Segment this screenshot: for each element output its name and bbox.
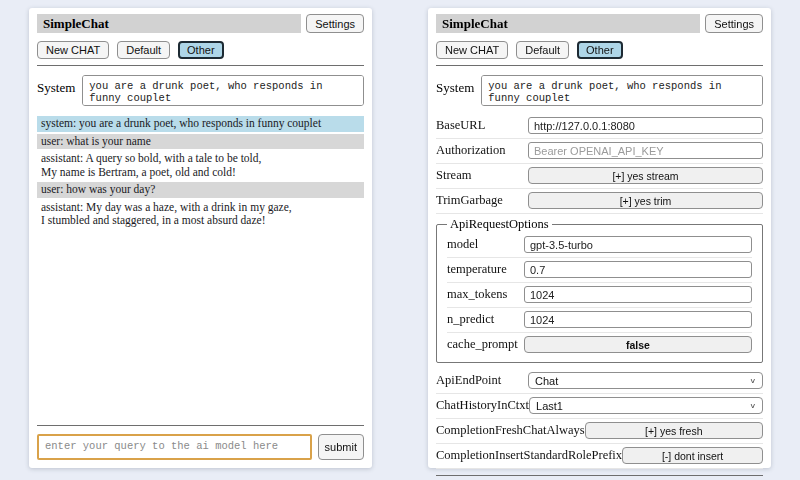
chat-message-assistant: assistant: A query so bold, with a tale … bbox=[37, 151, 364, 180]
setting-row-trimgarbage: TrimGarbage [+] yes trim bbox=[436, 189, 763, 214]
setting-label: CompletionFreshChatAlways bbox=[436, 423, 585, 438]
divider bbox=[37, 65, 364, 66]
chat-message-list: system: you are a drunk poet, who respon… bbox=[37, 116, 364, 419]
model-input[interactable] bbox=[524, 236, 752, 253]
max-tokens-input[interactable] bbox=[524, 286, 752, 303]
setting-row-authorization: Authorization bbox=[436, 139, 763, 164]
completion-insert-toggle-button[interactable]: [-] dont insert bbox=[622, 447, 763, 464]
query-row: submit bbox=[37, 434, 364, 460]
setting-label: Stream bbox=[436, 168, 471, 183]
setting-label: cache_prompt bbox=[447, 337, 518, 352]
setting-row-chathistoryinctxt: ChatHistoryInCtxt Last1 ∨ bbox=[436, 394, 763, 419]
titlebar-row: SimpleChat Settings bbox=[37, 14, 364, 33]
chat-panel: SimpleChat Settings New CHAT Default Oth… bbox=[29, 8, 372, 468]
trimgarbage-toggle-button[interactable]: [+] yes trim bbox=[528, 192, 763, 209]
chat-message-user: user: how was your day? bbox=[37, 182, 364, 198]
setting-row-stream: Stream [+] yes stream bbox=[436, 164, 763, 189]
app-title: SimpleChat bbox=[436, 14, 700, 33]
session-tab-default[interactable]: Default bbox=[516, 41, 569, 59]
divider bbox=[436, 65, 763, 66]
settings-list: BaseURL Authorization Stream [+] yes str… bbox=[436, 114, 763, 469]
setting-label: Authorization bbox=[436, 143, 505, 158]
settings-button[interactable]: Settings bbox=[705, 14, 763, 33]
setting-row-completionfreshchatalways: CompletionFreshChatAlways [+] yes fresh bbox=[436, 419, 763, 444]
setting-row-n-predict: n_predict bbox=[447, 308, 752, 333]
submit-button[interactable]: submit bbox=[318, 434, 364, 460]
chat-message-system: system: you are a drunk poet, who respon… bbox=[37, 116, 364, 132]
authorization-input[interactable] bbox=[528, 142, 763, 159]
setting-label: CompletionInsertStandardRolePrefix bbox=[436, 448, 622, 463]
system-prompt-input[interactable]: you are a drunk poet, who responds in fu… bbox=[481, 75, 763, 106]
setting-label: ChatHistoryInCtxt bbox=[436, 398, 529, 413]
setting-row-temperature: temperature bbox=[447, 258, 752, 283]
chevron-down-icon: ∨ bbox=[749, 402, 756, 410]
setting-row-model: model bbox=[447, 233, 752, 258]
setting-label: model bbox=[447, 237, 478, 252]
n-predict-input[interactable] bbox=[524, 311, 752, 328]
temperature-input[interactable] bbox=[524, 261, 752, 278]
chat-message-user: user: what is your name bbox=[37, 134, 364, 150]
query-input[interactable] bbox=[37, 434, 312, 460]
apiendpoint-select[interactable]: Chat ∨ bbox=[528, 372, 763, 389]
cache-prompt-toggle-button[interactable]: false bbox=[524, 336, 752, 353]
session-toolbar: New CHAT Default Other bbox=[436, 41, 763, 59]
setting-label: temperature bbox=[447, 262, 507, 277]
stream-toggle-button[interactable]: [+] yes stream bbox=[528, 167, 763, 184]
new-chat-button[interactable]: New CHAT bbox=[37, 41, 109, 59]
system-prompt-label: System bbox=[37, 75, 75, 96]
settings-button[interactable]: Settings bbox=[306, 14, 364, 33]
chathistoryinctxt-select[interactable]: Last1 ∨ bbox=[529, 397, 763, 414]
setting-row-max-tokens: max_tokens bbox=[447, 283, 752, 308]
selected-value: Chat bbox=[535, 375, 558, 387]
divider bbox=[436, 475, 763, 476]
api-request-options-legend: ApiRequestOptions bbox=[447, 217, 552, 232]
setting-row-apiendpoint: ApiEndPoint Chat ∨ bbox=[436, 369, 763, 394]
session-toolbar: New CHAT Default Other bbox=[37, 41, 364, 59]
setting-label: n_predict bbox=[447, 312, 494, 327]
setting-row-baseurl: BaseURL bbox=[436, 114, 763, 139]
system-prompt-row: System you are a drunk poet, who respond… bbox=[436, 75, 763, 106]
session-tab-other[interactable]: Other bbox=[577, 41, 623, 59]
settings-panel: SimpleChat Settings New CHAT Default Oth… bbox=[428, 8, 771, 468]
app-title: SimpleChat bbox=[37, 14, 301, 33]
system-prompt-row: System you are a drunk poet, who respond… bbox=[37, 75, 364, 106]
setting-label: ApiEndPoint bbox=[436, 373, 501, 388]
setting-label: BaseURL bbox=[436, 118, 485, 133]
setting-label: max_tokens bbox=[447, 287, 507, 302]
new-chat-button[interactable]: New CHAT bbox=[436, 41, 508, 59]
setting-label: TrimGarbage bbox=[436, 193, 503, 208]
completion-fresh-toggle-button[interactable]: [+] yes fresh bbox=[585, 422, 763, 439]
setting-row-cache-prompt: cache_prompt false bbox=[447, 333, 752, 357]
baseurl-input[interactable] bbox=[528, 117, 763, 134]
system-prompt-input[interactable]: you are a drunk poet, who responds in fu… bbox=[82, 75, 364, 106]
chevron-down-icon: ∨ bbox=[749, 377, 756, 385]
session-tab-default[interactable]: Default bbox=[117, 41, 170, 59]
chat-message-assistant: assistant: My day was a haze, with a dri… bbox=[37, 200, 364, 229]
selected-value: Last1 bbox=[536, 400, 563, 412]
system-prompt-label: System bbox=[436, 75, 474, 96]
api-request-options-group: ApiRequestOptions model temperature max_… bbox=[436, 217, 763, 363]
session-tab-other[interactable]: Other bbox=[178, 41, 224, 59]
divider bbox=[37, 425, 364, 426]
titlebar-row: SimpleChat Settings bbox=[436, 14, 763, 33]
setting-row-completioninsertstandardroleprefix: CompletionInsertStandardRolePrefix [-] d… bbox=[436, 444, 763, 469]
